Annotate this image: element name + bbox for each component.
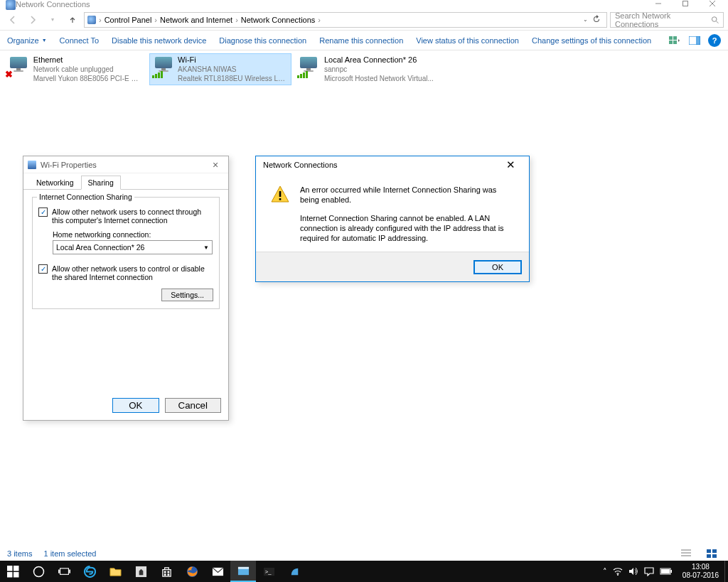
action-center-tray-icon[interactable] — [644, 567, 654, 576]
details-view-button[interactable] — [681, 549, 695, 559]
svg-rect-14 — [681, 549, 691, 551]
allow-control-checkbox[interactable] — [38, 264, 48, 274]
tab-networking[interactable]: Networking — [29, 176, 81, 189]
dialog-title: Network Connections — [263, 161, 338, 169]
selection-count: 1 item selected — [43, 549, 96, 558]
chevron-down-icon[interactable]: ⌄ — [583, 16, 588, 23]
home-networking-combo[interactable]: Local Area Connection* 26 ▼ — [53, 240, 213, 254]
tab-sharing[interactable]: Sharing — [81, 176, 121, 190]
edge-taskbar-icon[interactable] — [77, 561, 102, 582]
connection-item-wifi[interactable]: Wi-Fi AKANSHA NIWAS Realtek RTL8188EU Wi… — [149, 53, 291, 85]
breadcrumb-network-connections[interactable]: Network Connections — [241, 16, 316, 24]
connection-status: sannpc — [324, 65, 434, 74]
svg-rect-16 — [681, 555, 691, 556]
combo-value: Local Area Connection* 26 — [56, 243, 144, 252]
rename-connection-button[interactable]: Rename this connection — [319, 36, 403, 45]
location-icon — [87, 16, 96, 24]
connection-item-ethernet[interactable]: ✖ Ethernet Network cable unplugged Marve… — [4, 53, 146, 85]
connection-adapter: Marvell Yukon 88E8056 PCI-E Gig... — [33, 74, 144, 83]
back-button[interactable] — [4, 11, 21, 28]
svg-rect-13 — [279, 198, 282, 200]
error-line2: Internet Connection Sharing cannot be en… — [300, 213, 515, 243]
refresh-button[interactable] — [592, 15, 601, 25]
status-bar: 3 items 1 item selected — [0, 546, 728, 561]
ethernet-icon: ✖ — [7, 55, 29, 78]
connections-list: ✖ Ethernet Network cable unplugged Marve… — [0, 50, 728, 88]
maximize-button[interactable] — [672, 0, 699, 11]
tiles-view-button[interactable] — [707, 549, 721, 559]
allow-connect-checkbox[interactable] — [38, 208, 48, 217]
connect-to-button[interactable]: Connect To — [60, 36, 99, 45]
tray-chevron-icon[interactable]: ˄ — [603, 567, 607, 576]
mail-taskbar-icon[interactable] — [205, 561, 230, 582]
connection-adapter: Realtek RTL8188EU Wireless LAN ... — [178, 74, 289, 83]
task-view-button[interactable] — [51, 561, 77, 582]
taskbar: >_ ˄ 13:08 08-07-2016 — [0, 561, 728, 582]
breadcrumb-network-internet[interactable]: Network and Internet — [160, 16, 232, 24]
battery-tray-icon[interactable] — [660, 568, 673, 575]
help-button[interactable]: ? — [708, 34, 721, 47]
svg-rect-1 — [683, 1, 688, 6]
volume-tray-icon[interactable] — [628, 567, 638, 576]
system-tray[interactable]: ˄ — [599, 567, 677, 576]
svg-rect-30 — [164, 571, 166, 573]
cancel-button[interactable]: Cancel — [165, 398, 222, 413]
svg-rect-28 — [69, 569, 70, 573]
close-button[interactable]: ✕ — [499, 158, 522, 171]
start-button[interactable] — [0, 561, 26, 582]
up-button[interactable] — [64, 11, 81, 28]
show-desktop-button[interactable] — [724, 561, 728, 582]
dialog-titlebar[interactable]: Wi-Fi Properties × — [23, 156, 228, 173]
wifi-tray-icon[interactable] — [613, 567, 623, 576]
connection-item-lac26[interactable]: Local Area Connection* 26 sannpc Microso… — [294, 53, 437, 85]
ics-settings-button[interactable]: Settings... — [161, 289, 213, 301]
svg-point-25 — [33, 566, 43, 576]
close-button[interactable] — [699, 0, 726, 11]
minimize-button[interactable] — [645, 0, 672, 11]
app-taskbar-icon-2[interactable] — [282, 561, 307, 582]
ok-button[interactable]: OK — [112, 398, 159, 413]
view-status-button[interactable]: View status of this connection — [416, 36, 519, 45]
wifi-icon — [152, 55, 173, 78]
search-placeholder: Search Network Connections — [615, 11, 711, 28]
file-explorer-taskbar-icon[interactable] — [102, 561, 128, 582]
svg-rect-17 — [707, 549, 711, 553]
clock-time: 13:08 — [682, 563, 719, 571]
address-right-controls: ⌄ — [583, 15, 601, 25]
allow-connect-label: Allow other network users to connect thr… — [52, 208, 213, 225]
firefox-taskbar-icon[interactable] — [179, 561, 205, 582]
disable-device-button[interactable]: Disable this network device — [112, 36, 206, 45]
lac-icon — [297, 55, 320, 78]
command-toolbar: Organize▼ Connect To Disable this networ… — [0, 31, 728, 50]
change-settings-button[interactable]: Change settings of this connection — [532, 36, 651, 45]
address-bar: ▾ › Control Panel › Network and Internet… — [0, 9, 728, 31]
breadcrumb-control-panel[interactable]: Control Panel — [105, 16, 152, 24]
window-title: Network Connections — [16, 0, 721, 9]
svg-rect-26 — [60, 568, 68, 574]
svg-rect-23 — [7, 572, 13, 578]
app-taskbar-icon[interactable] — [128, 561, 154, 582]
recent-locations-button[interactable]: ▾ — [44, 11, 61, 28]
cortana-button[interactable] — [26, 561, 51, 582]
explorer-window-taskbar-icon[interactable] — [230, 561, 256, 582]
organize-button[interactable]: Organize▼ — [7, 36, 47, 45]
change-view-button[interactable] — [668, 34, 681, 47]
search-input[interactable]: Search Network Connections — [610, 12, 724, 28]
wifi-properties-dialog: Wi-Fi Properties × Networking Sharing In… — [23, 156, 229, 421]
error-text: An error occurred while Internet Connect… — [300, 185, 515, 252]
svg-rect-43 — [661, 569, 670, 573]
close-button[interactable]: × — [207, 159, 224, 171]
chevron-right-icon: › — [318, 16, 321, 24]
cmd-taskbar-icon[interactable]: >_ — [256, 561, 282, 582]
breadcrumb-bar[interactable]: › Control Panel › Network and Internet ›… — [84, 12, 607, 28]
store-taskbar-icon[interactable] — [154, 561, 179, 582]
connection-name: Wi-Fi — [178, 55, 289, 65]
ok-button[interactable]: OK — [473, 260, 522, 274]
svg-rect-31 — [167, 571, 169, 573]
preview-pane-button[interactable] — [688, 34, 701, 47]
disconnected-x-icon: ✖ — [5, 69, 13, 80]
taskbar-clock[interactable]: 13:08 08-07-2016 — [677, 561, 724, 582]
dialog-titlebar[interactable]: Network Connections ✕ — [256, 156, 529, 173]
forward-button[interactable] — [24, 11, 41, 28]
diagnose-button[interactable]: Diagnose this connection — [219, 36, 306, 45]
